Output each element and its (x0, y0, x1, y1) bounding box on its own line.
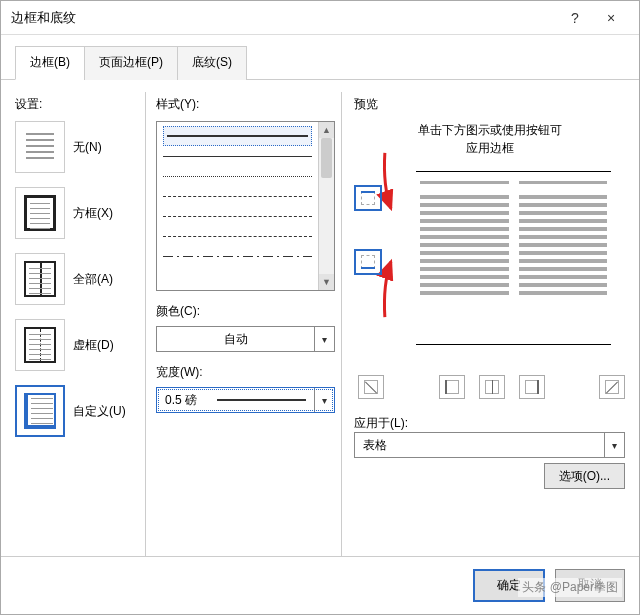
setting-none-label: 无(N) (73, 139, 102, 156)
border-bottom-button[interactable] (354, 249, 382, 275)
style-option-dash1[interactable] (163, 186, 312, 206)
titlebar: 边框和底纹 ? × (1, 1, 639, 35)
tab-borders[interactable]: 边框(B) (15, 46, 85, 80)
dialog-title: 边框和底纹 (11, 9, 557, 27)
setting-custom-label: 自定义(U) (73, 403, 126, 420)
preview-bottom-buttons (354, 375, 625, 399)
border-top-button[interactable] (354, 185, 382, 211)
setting-all-label: 全部(A) (73, 271, 113, 288)
content-area: 设置: 无(N) 方框(X) 全部(A) 虚框(D) 自定义(U) (1, 80, 639, 556)
preview-page[interactable] (410, 171, 617, 346)
width-value: 0.5 磅 (165, 392, 197, 409)
style-label: 样式(Y): (156, 96, 335, 113)
width-combo[interactable]: 0.5 磅 ▾ (156, 387, 335, 413)
preview-area (354, 171, 625, 371)
apply-to-value: 表格 (355, 433, 604, 457)
preview-hint: 单击下方图示或使用按钮可应用边框 (354, 121, 625, 157)
setting-all[interactable]: 全部(A) (15, 253, 139, 305)
style-list (157, 122, 318, 290)
scroll-down-icon[interactable]: ▼ (319, 274, 334, 290)
setting-none-icon (15, 121, 65, 173)
settings-column: 设置: 无(N) 方框(X) 全部(A) 虚框(D) 自定义(U) (15, 92, 139, 556)
setting-custom-icon (15, 385, 65, 437)
border-vcenter-button[interactable] (479, 375, 505, 399)
border-diag-up-button[interactable] (599, 375, 625, 399)
options-button[interactable]: 选项(O)... (544, 463, 625, 489)
style-scrollbar[interactable]: ▲ ▼ (318, 122, 334, 290)
setting-none[interactable]: 无(N) (15, 121, 139, 173)
style-option-dotted[interactable] (163, 166, 312, 186)
style-option-dash2[interactable] (163, 206, 312, 226)
width-dropdown-icon[interactable]: ▾ (314, 388, 334, 412)
preview-label: 预览 (354, 96, 625, 113)
apply-to-row: 应用于(L): (354, 415, 625, 432)
color-dropdown-icon[interactable]: ▾ (314, 327, 334, 351)
style-option-thin[interactable] (163, 146, 312, 166)
scroll-thumb[interactable] (321, 138, 332, 178)
setting-grid[interactable]: 虚框(D) (15, 319, 139, 371)
width-label: 宽度(W): (156, 364, 335, 381)
color-combo[interactable]: 自动 ▾ (156, 326, 335, 352)
apply-dropdown-icon[interactable]: ▾ (604, 433, 624, 457)
style-option-dashdot[interactable] (163, 246, 312, 266)
apply-to-combo[interactable]: 表格 ▾ (354, 432, 625, 458)
border-left-button[interactable] (439, 375, 465, 399)
setting-box[interactable]: 方框(X) (15, 187, 139, 239)
style-option-dash3[interactable] (163, 226, 312, 246)
preview-side-buttons (354, 185, 388, 275)
style-option-solid[interactable] (163, 126, 312, 146)
setting-grid-icon (15, 319, 65, 371)
watermark: 头条 @Paper拳图 (518, 578, 622, 597)
close-button[interactable]: × (593, 10, 629, 26)
style-column: 样式(Y): ▲ ▼ 颜色(C): 自动 (145, 92, 335, 556)
color-value: 自动 (157, 327, 314, 351)
border-diag-down-button[interactable] (358, 375, 384, 399)
apply-to-label: 应用于(L): (354, 415, 408, 432)
setting-box-label: 方框(X) (73, 205, 113, 222)
setting-box-icon (15, 187, 65, 239)
width-value-wrap: 0.5 磅 (157, 388, 314, 412)
tab-bar: 边框(B) 页面边框(P) 底纹(S) (1, 35, 639, 80)
tab-shading[interactable]: 底纹(S) (177, 46, 247, 80)
scroll-up-icon[interactable]: ▲ (319, 122, 334, 138)
preview-column: 预览 单击下方图示或使用按钮可应用边框 (341, 92, 625, 556)
style-listbox[interactable]: ▲ ▼ (156, 121, 335, 291)
setting-custom[interactable]: 自定义(U) (15, 385, 139, 437)
setting-grid-label: 虚框(D) (73, 337, 114, 354)
settings-label: 设置: (15, 96, 139, 113)
width-sample-line (217, 399, 306, 401)
tab-page-borders[interactable]: 页面边框(P) (84, 46, 178, 80)
border-right-button[interactable] (519, 375, 545, 399)
setting-all-icon (15, 253, 65, 305)
color-label: 颜色(C): (156, 303, 335, 320)
help-button[interactable]: ? (557, 10, 593, 26)
dialog-window: 边框和底纹 ? × 边框(B) 页面边框(P) 底纹(S) 设置: 无(N) 方… (0, 0, 640, 615)
